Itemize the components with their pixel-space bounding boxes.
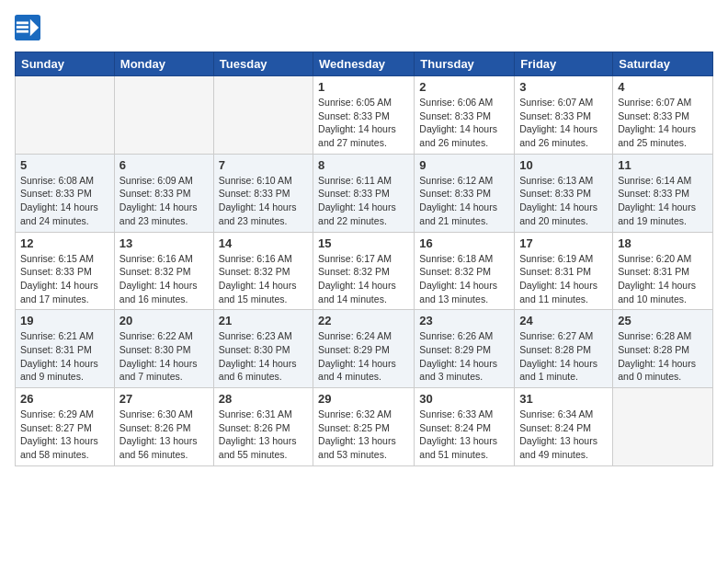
calendar-cell: 2Sunrise: 6:06 AMSunset: 8:33 PMDaylight… <box>415 76 515 155</box>
day-number: 21 <box>219 314 308 327</box>
day-number: 30 <box>419 392 509 406</box>
day-info: Sunrise: 6:34 AMSunset: 8:24 PMDaylight:… <box>519 408 608 462</box>
calendar-cell: 18Sunrise: 6:20 AMSunset: 8:31 PMDayligh… <box>613 232 713 310</box>
day-info: Sunrise: 6:31 AMSunset: 8:26 PMDaylight:… <box>219 408 308 462</box>
day-number: 7 <box>219 158 308 172</box>
day-number: 22 <box>318 314 409 327</box>
day-info: Sunrise: 6:32 AMSunset: 8:25 PMDaylight:… <box>318 408 409 462</box>
day-number: 31 <box>519 392 608 406</box>
calendar-cell: 7Sunrise: 6:10 AMSunset: 8:33 PMDaylight… <box>213 154 313 232</box>
calendar-cell: 9Sunrise: 6:12 AMSunset: 8:33 PMDaylight… <box>415 154 515 232</box>
calendar-cell: 29Sunrise: 6:32 AMSunset: 8:25 PMDayligh… <box>313 388 415 466</box>
day-number: 18 <box>618 236 708 250</box>
calendar-cell: 30Sunrise: 6:33 AMSunset: 8:24 PMDayligh… <box>415 388 515 466</box>
day-number: 25 <box>618 314 708 327</box>
calendar-cell: 31Sunrise: 6:34 AMSunset: 8:24 PMDayligh… <box>515 388 613 466</box>
day-info: Sunrise: 6:21 AMSunset: 8:31 PMDaylight:… <box>20 329 109 384</box>
calendar-cell: 1Sunrise: 6:05 AMSunset: 8:33 PMDaylight… <box>313 76 415 155</box>
day-number: 29 <box>318 392 409 406</box>
calendar-header-row: SundayMondayTuesdayWednesdayThursdayFrid… <box>16 52 713 76</box>
svg-rect-2 <box>17 21 28 24</box>
calendar-cell: 12Sunrise: 6:15 AMSunset: 8:33 PMDayligh… <box>16 232 115 310</box>
day-info: Sunrise: 6:16 AMSunset: 8:32 PMDaylight:… <box>219 252 308 306</box>
svg-rect-3 <box>17 26 28 29</box>
day-info: Sunrise: 6:24 AMSunset: 8:29 PMDaylight:… <box>318 329 409 384</box>
day-info: Sunrise: 6:15 AMSunset: 8:33 PMDaylight:… <box>20 252 109 306</box>
calendar-cell <box>16 76 115 155</box>
day-info: Sunrise: 6:16 AMSunset: 8:32 PMDaylight:… <box>119 252 209 306</box>
svg-rect-4 <box>17 30 28 33</box>
calendar-cell <box>213 76 313 155</box>
day-number: 4 <box>618 80 708 94</box>
calendar-cell: 27Sunrise: 6:30 AMSunset: 8:26 PMDayligh… <box>114 388 213 466</box>
page-header <box>15 15 713 40</box>
day-header-friday: Friday <box>515 52 613 76</box>
day-info: Sunrise: 6:18 AMSunset: 8:32 PMDaylight:… <box>419 252 509 306</box>
day-info: Sunrise: 6:11 AMSunset: 8:33 PMDaylight:… <box>318 174 409 228</box>
week-row-4: 19Sunrise: 6:21 AMSunset: 8:31 PMDayligh… <box>16 310 713 388</box>
day-info: Sunrise: 6:19 AMSunset: 8:31 PMDaylight:… <box>519 252 608 306</box>
day-header-thursday: Thursday <box>415 52 515 76</box>
calendar-cell: 24Sunrise: 6:27 AMSunset: 8:28 PMDayligh… <box>515 310 613 388</box>
day-number: 16 <box>419 236 509 250</box>
day-number: 1 <box>318 80 409 94</box>
calendar-cell: 17Sunrise: 6:19 AMSunset: 8:31 PMDayligh… <box>515 232 613 310</box>
day-info: Sunrise: 6:23 AMSunset: 8:30 PMDaylight:… <box>219 329 308 384</box>
calendar-cell: 10Sunrise: 6:13 AMSunset: 8:33 PMDayligh… <box>515 154 613 232</box>
calendar-cell: 21Sunrise: 6:23 AMSunset: 8:30 PMDayligh… <box>213 310 313 388</box>
day-info: Sunrise: 6:06 AMSunset: 8:33 PMDaylight:… <box>419 96 509 150</box>
day-number: 23 <box>419 314 509 327</box>
day-number: 20 <box>119 314 209 327</box>
calendar-cell: 19Sunrise: 6:21 AMSunset: 8:31 PMDayligh… <box>16 310 115 388</box>
day-info: Sunrise: 6:08 AMSunset: 8:33 PMDaylight:… <box>20 174 109 228</box>
day-number: 24 <box>519 314 608 327</box>
calendar-cell: 4Sunrise: 6:07 AMSunset: 8:33 PMDaylight… <box>613 76 713 155</box>
calendar-cell: 6Sunrise: 6:09 AMSunset: 8:33 PMDaylight… <box>114 154 213 232</box>
day-number: 12 <box>20 236 109 250</box>
day-number: 17 <box>519 236 608 250</box>
day-info: Sunrise: 6:22 AMSunset: 8:30 PMDaylight:… <box>119 329 209 384</box>
day-number: 27 <box>119 392 209 406</box>
week-row-1: 1Sunrise: 6:05 AMSunset: 8:33 PMDaylight… <box>16 76 713 155</box>
day-info: Sunrise: 6:30 AMSunset: 8:26 PMDaylight:… <box>119 408 209 462</box>
day-number: 5 <box>20 158 109 172</box>
day-number: 11 <box>618 158 708 172</box>
day-number: 10 <box>519 158 608 172</box>
day-header-saturday: Saturday <box>613 52 713 76</box>
calendar-cell: 16Sunrise: 6:18 AMSunset: 8:32 PMDayligh… <box>415 232 515 310</box>
day-info: Sunrise: 6:05 AMSunset: 8:33 PMDaylight:… <box>318 96 409 150</box>
calendar-cell: 28Sunrise: 6:31 AMSunset: 8:26 PMDayligh… <box>213 388 313 466</box>
calendar-cell: 15Sunrise: 6:17 AMSunset: 8:32 PMDayligh… <box>313 232 415 310</box>
day-number: 13 <box>119 236 209 250</box>
calendar-cell: 3Sunrise: 6:07 AMSunset: 8:33 PMDaylight… <box>515 76 613 155</box>
day-number: 15 <box>318 236 409 250</box>
day-number: 6 <box>119 158 209 172</box>
day-info: Sunrise: 6:17 AMSunset: 8:32 PMDaylight:… <box>318 252 409 306</box>
day-info: Sunrise: 6:13 AMSunset: 8:33 PMDaylight:… <box>519 174 608 228</box>
week-row-5: 26Sunrise: 6:29 AMSunset: 8:27 PMDayligh… <box>16 388 713 466</box>
day-header-monday: Monday <box>114 52 213 76</box>
calendar-cell: 11Sunrise: 6:14 AMSunset: 8:33 PMDayligh… <box>613 154 713 232</box>
day-info: Sunrise: 6:09 AMSunset: 8:33 PMDaylight:… <box>119 174 209 228</box>
calendar-cell: 20Sunrise: 6:22 AMSunset: 8:30 PMDayligh… <box>114 310 213 388</box>
calendar-table: SundayMondayTuesdayWednesdayThursdayFrid… <box>15 52 713 466</box>
day-info: Sunrise: 6:29 AMSunset: 8:27 PMDaylight:… <box>20 408 109 462</box>
day-number: 28 <box>219 392 308 406</box>
day-number: 8 <box>318 158 409 172</box>
calendar-cell: 13Sunrise: 6:16 AMSunset: 8:32 PMDayligh… <box>114 232 213 310</box>
day-info: Sunrise: 6:28 AMSunset: 8:28 PMDaylight:… <box>618 329 708 384</box>
day-number: 14 <box>219 236 308 250</box>
calendar-cell: 22Sunrise: 6:24 AMSunset: 8:29 PMDayligh… <box>313 310 415 388</box>
day-info: Sunrise: 6:27 AMSunset: 8:28 PMDaylight:… <box>519 329 608 384</box>
week-row-2: 5Sunrise: 6:08 AMSunset: 8:33 PMDaylight… <box>16 154 713 232</box>
day-header-sunday: Sunday <box>16 52 115 76</box>
day-info: Sunrise: 6:12 AMSunset: 8:33 PMDaylight:… <box>419 174 509 228</box>
calendar-cell: 25Sunrise: 6:28 AMSunset: 8:28 PMDayligh… <box>613 310 713 388</box>
day-header-wednesday: Wednesday <box>313 52 415 76</box>
day-number: 26 <box>20 392 109 406</box>
calendar-cell: 26Sunrise: 6:29 AMSunset: 8:27 PMDayligh… <box>16 388 115 466</box>
calendar-cell: 5Sunrise: 6:08 AMSunset: 8:33 PMDaylight… <box>16 154 115 232</box>
day-info: Sunrise: 6:10 AMSunset: 8:33 PMDaylight:… <box>219 174 308 228</box>
calendar-cell <box>114 76 213 155</box>
day-number: 3 <box>519 80 608 94</box>
